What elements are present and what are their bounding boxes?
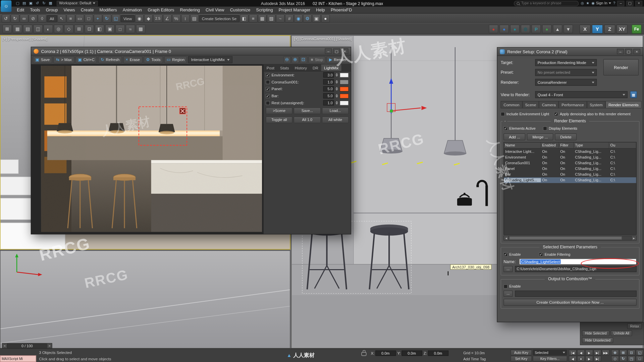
zoom-fit-icon[interactable]: ⊡ [300,56,307,63]
set-key-button[interactable]: Set Key [511,356,532,362]
render-setup-tab[interactable]: Performance [559,101,587,108]
select-and-scale-icon[interactable]: ◱ [112,14,120,22]
minimize-button[interactable]: – [617,1,624,6]
spinner[interactable] [335,87,338,91]
save-file-icon[interactable]: ▣ [28,1,34,6]
enable-filtering-checkbox[interactable]: ✓ [539,252,543,256]
table-row[interactable]: Panel On On CShading_Lig... C:\ [504,166,636,172]
use-pivot-point-icon[interactable]: ◉ [135,14,144,22]
maximize-button[interactable]: ▢ [333,48,340,54]
undo-icon[interactable]: ↺ [2,14,10,22]
window-crossing-icon[interactable]: □ [85,14,93,22]
ribbon-icon[interactable]: ▧ [267,14,276,22]
arrow-up-icon[interactable]: ▲ [553,24,562,33]
color-swatch[interactable] [340,79,349,84]
select-and-rotate-icon[interactable]: ↻ [103,14,111,22]
render-setup-icon[interactable]: ⚙ [303,14,312,22]
axis-constraint-button[interactable]: Y [592,24,603,34]
maximize-viewport-icon[interactable]: ◳ [628,356,635,362]
vfb-tab[interactable]: Post [264,64,277,71]
mirror-icon[interactable]: ◧ [240,14,249,22]
material-editor-icon[interactable]: ◉ [294,14,303,22]
maximize-button[interactable]: ▢ [626,1,633,6]
menu-item[interactable]: Project Manager [276,7,313,12]
lightmix-action-button[interactable]: Load... [322,108,349,114]
spinner-snap-icon[interactable]: ↕ [181,14,190,22]
minimize-button[interactable]: – [617,49,624,54]
lightmix-action-button[interactable]: All white [322,117,349,123]
transport-button[interactable]: ▶| [593,350,601,355]
render-red-icon[interactable]: ● [489,24,498,33]
output-path-field[interactable]: C:\Users\chris\Documents\3dsMax_CShading… [515,266,637,272]
axis-constraint-button[interactable]: Z [604,24,615,34]
close-button[interactable]: × [341,48,348,54]
paint-deform-icon[interactable]: ◐ [44,24,53,33]
corona-vfb-titlebar[interactable]: Corona 2 | 657x505px (1:1) | Camera: Cor… [31,47,351,55]
table-row[interactable]: Environment On On CShading_Lig... C:\ [504,154,636,160]
menu-item[interactable]: Scripting [253,7,276,12]
chamfer-icon[interactable]: ◇ [64,24,73,33]
create-selection-set-input[interactable]: Create Selection Se [199,15,239,22]
polygon-modeling-icon[interactable]: ▦ [13,24,22,33]
vfb-copy-button[interactable]: ▣Ctrl+C [75,56,97,63]
sphere-blue-icon[interactable]: ● [499,24,509,33]
array-icon[interactable]: ▩ [136,24,145,33]
time-slider[interactable]: < 0 / 100 > [2,343,52,349]
menu-item[interactable]: Animation [120,7,145,12]
color-swatch[interactable] [340,72,349,77]
table-column-header[interactable]: Name [504,142,541,148]
lightmix-checkbox[interactable]: ✓ [266,73,270,77]
transport-button[interactable]: ● [577,356,585,362]
menu-item[interactable]: PhoenixFD [328,7,355,12]
table-column-header[interactable]: Filter [559,142,574,148]
reference-coordinate-dropdown[interactable]: View [120,15,135,22]
table-column-header[interactable]: Ou [609,142,636,148]
menu-item[interactable]: Customize [227,7,253,12]
unhide-all-button[interactable]: Unhide All [611,330,632,336]
select-and-move-icon[interactable]: + [94,14,102,22]
hide-unselected-button[interactable]: Hide Unselected [582,338,613,343]
lightmix-intensity-field[interactable]: 3.0 [323,72,334,78]
region-zoom-icon[interactable]: □ [636,356,644,362]
zoom-all-icon[interactable]: ⊞ [620,350,627,355]
table-row[interactable]: Bar On On CShading_Lig... C:\ [504,172,636,177]
viewport-label[interactable]: [+] [CoronaCamera001] [Shaded] [294,37,352,41]
lightmix-action-button[interactable]: Toggle all [266,117,292,123]
max-logo-icon[interactable]: ☺ [1,0,11,12]
preset-dropdown[interactable]: No preset selected [535,69,597,76]
transport-button[interactable]: |◀ [569,350,577,355]
menu-item[interactable]: Create [78,7,97,12]
browse-combustion-button[interactable]: ... [503,290,513,296]
rendered-frame-icon[interactable]: ▣ [312,14,321,22]
lightmix-intensity-field[interactable]: 1.0 [323,100,334,106]
combustion-enable-checkbox[interactable] [503,285,507,289]
orbit-icon[interactable]: ↻ [620,356,627,362]
spinner[interactable] [335,101,338,105]
select-and-manipulate-icon[interactable]: ◆ [144,14,153,22]
lightmix-checkbox[interactable]: ✓ [266,94,270,98]
table-row[interactable]: Interactive Light... On On CShading_Lig.… [504,148,636,154]
delete-element-button[interactable]: Delete [555,133,577,140]
edge-constraint-icon[interactable]: ▤ [23,24,33,33]
coordinate-field[interactable]: 0.0m [428,351,448,356]
selection-lock-icon[interactable]: ⊠ [2,24,12,33]
renderer-dropdown[interactable]: CoronaRenderer [535,79,597,86]
hide-selected-button[interactable]: Hide Selected [582,330,609,336]
color-swatch[interactable] [340,94,349,99]
axis-constraint-button[interactable]: X [580,24,591,34]
zoom-icon[interactable]: ⊕ [611,350,619,355]
lightmix-action-button[interactable]: >Scene [266,108,292,114]
add-element-button[interactable]: Add ... [503,133,525,140]
vfb-tab[interactable]: History [292,64,310,71]
render-preview-canvas[interactable]: 人人素材 RRCG [31,64,263,234]
new-scene-icon[interactable]: ▢ [15,1,20,6]
zoom-out-icon[interactable]: ⊖ [283,56,290,63]
inset-icon[interactable]: ▣ [105,24,114,33]
relax-tool-icon[interactable]: ≈ [126,24,135,33]
scroll-right-icon[interactable]: ► [631,236,636,240]
maximize-button[interactable]: ▢ [625,49,632,54]
table-column-header[interactable]: Type [574,142,609,148]
vfb-to-max-button[interactable]: ⇆> Max [53,56,74,63]
add-time-tag[interactable]: Add Time Tag [463,357,486,361]
elements-active-checkbox[interactable]: ✓ [503,126,507,130]
